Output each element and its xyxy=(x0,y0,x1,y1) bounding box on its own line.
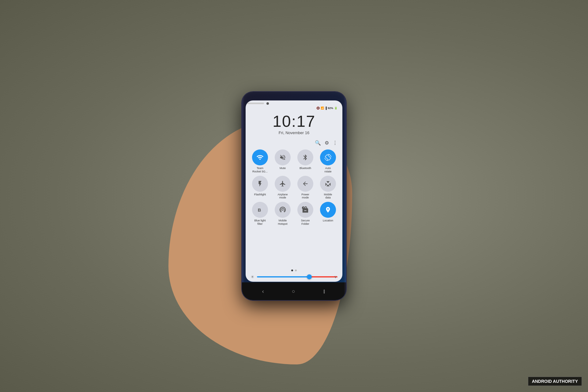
mobiledata-tile-label: Mobiledata xyxy=(324,193,332,200)
settings-icon[interactable]: ⚙ xyxy=(325,140,329,146)
tile-wifi[interactable]: TeamRocket 5G... xyxy=(250,149,270,173)
nav-bar: ‹ ○ ⫿ xyxy=(242,282,346,300)
tile-mobilehotspot[interactable]: MobileHotspot xyxy=(272,202,293,226)
signal-status-icon: ▐ xyxy=(325,107,327,110)
battery-icon: 🔋 xyxy=(334,107,337,110)
autorotate-tile-label: Autorotate xyxy=(324,167,331,173)
tile-autorotate[interactable]: Autorotate xyxy=(318,149,338,173)
bluelightfilter-tile-label: Blue lightfilter xyxy=(254,219,266,226)
powermode-tile-icon xyxy=(297,176,313,192)
svg-text:B: B xyxy=(258,208,261,213)
brightness-slider-track[interactable] xyxy=(257,276,337,277)
home-button[interactable]: ○ xyxy=(292,288,295,295)
tile-bluetooth[interactable]: Bluetooth xyxy=(295,149,316,173)
page-dot-2[interactable] xyxy=(295,270,297,271)
tile-powermode[interactable]: Powermode xyxy=(295,176,316,200)
mobilehotspot-tile-icon xyxy=(275,202,291,218)
location-tile-icon xyxy=(320,202,336,218)
mute-tile-icon xyxy=(275,149,291,165)
bluelightfilter-tile-icon: B xyxy=(252,202,268,218)
page-dot-1[interactable] xyxy=(291,270,293,271)
status-bar: 🔇 📶 ▐ 92% 🔋 xyxy=(246,105,342,111)
wifi-tile-label: TeamRocket 5G... xyxy=(252,167,268,173)
bluetooth-tile-label: Bluetooth xyxy=(300,167,311,170)
mute-tile-label: Mute xyxy=(280,167,286,170)
speaker xyxy=(246,103,264,104)
screen: 🔇 📶 ▐ 92% 🔋 10:17 Fri, November 16 🔍 ⚙ xyxy=(246,100,342,282)
brightness-slider-thumb[interactable] xyxy=(307,274,312,279)
clock-area: 10:17 Fri, November 16 xyxy=(246,111,342,139)
airplane-tile-label: Airplanemode xyxy=(277,193,288,200)
clock-time: 10:17 xyxy=(273,113,315,129)
brightness-row: ☀ ∨ xyxy=(246,273,342,282)
mobiledata-tile-icon xyxy=(320,176,336,192)
mobilehotspot-tile-label: MobileHotspot xyxy=(278,219,287,226)
back-button[interactable]: ‹ xyxy=(262,288,264,295)
securefolder-tile-label: SecureFolder xyxy=(301,219,310,226)
status-icons: 🔇 📶 ▐ 92% 🔋 xyxy=(316,107,337,110)
tiles-row-3: B Blue lightfilter MobileHotspot xyxy=(249,202,339,226)
flashlight-tile-label: Flashlight xyxy=(254,193,266,196)
mute-status-icon: 🔇 xyxy=(316,107,320,110)
securefolder-tile-icon xyxy=(297,202,313,218)
powermode-tile-label: Powermode xyxy=(301,193,309,200)
front-camera xyxy=(266,102,269,105)
watermark: ANDROID AUTHORITY xyxy=(528,377,582,386)
tiles-row-2: Flashlight Airplanemode xyxy=(249,176,339,200)
tiles-row-1: TeamRocket 5G... Mute xyxy=(249,149,339,173)
page-indicator xyxy=(246,268,342,273)
autorotate-tile-icon xyxy=(320,149,336,165)
scene: 🔇 📶 ▐ 92% 🔋 10:17 Fri, November 16 🔍 ⚙ xyxy=(187,28,401,364)
expand-chevron-icon[interactable]: ∨ xyxy=(334,275,337,279)
recent-button[interactable]: ⫿ xyxy=(323,288,326,295)
brightness-icon: ☀ xyxy=(251,274,254,279)
airplane-tile-icon xyxy=(275,176,291,192)
tile-flashlight[interactable]: Flashlight xyxy=(250,176,270,200)
tile-location[interactable]: Location xyxy=(318,202,338,226)
top-sensors xyxy=(246,100,342,105)
phone-outer: 🔇 📶 ▐ 92% 🔋 10:17 Fri, November 16 🔍 ⚙ xyxy=(242,92,346,300)
search-icon[interactable]: 🔍 xyxy=(315,140,321,146)
battery-percentage: 92% xyxy=(328,107,333,110)
more-icon[interactable]: ⋮ xyxy=(333,140,337,146)
tile-mute[interactable]: Mute xyxy=(272,149,293,173)
wifi-tile-icon xyxy=(252,149,268,165)
top-actions: 🔍 ⚙ ⋮ xyxy=(246,139,342,148)
tiles-container: TeamRocket 5G... Mute xyxy=(246,148,342,268)
tile-bluelightfilter[interactable]: B Blue lightfilter xyxy=(250,202,270,226)
tile-airplane[interactable]: Airplanemode xyxy=(272,176,293,200)
clock-date: Fri, November 16 xyxy=(279,130,309,135)
wifi-status-icon: 📶 xyxy=(321,107,324,110)
tile-mobiledata[interactable]: Mobiledata xyxy=(318,176,338,200)
watermark-text: ANDROID AUTHORITY xyxy=(532,379,578,384)
flashlight-tile-icon xyxy=(252,176,268,192)
bluetooth-tile-icon xyxy=(297,149,313,165)
tile-securefolder[interactable]: SecureFolder xyxy=(295,202,316,226)
location-tile-label: Location xyxy=(323,219,333,222)
